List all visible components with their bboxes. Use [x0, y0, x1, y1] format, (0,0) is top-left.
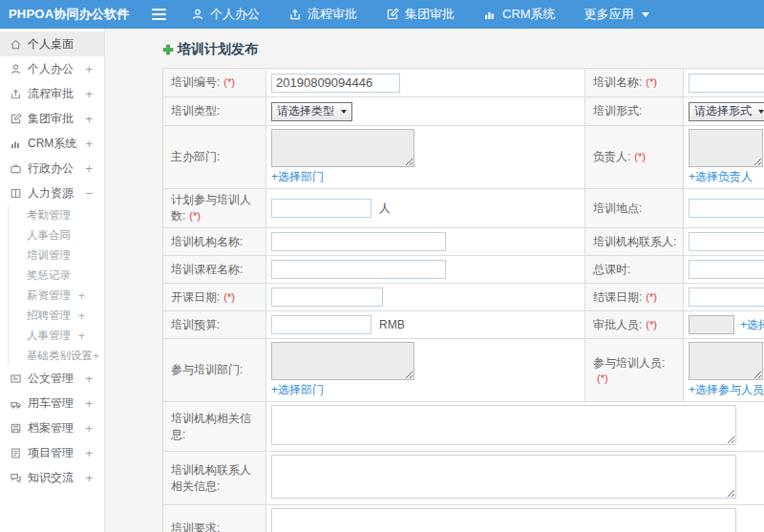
sidebar-item-documents[interactable]: 公文管理 + — [0, 366, 104, 391]
end-date-input[interactable] — [689, 287, 764, 307]
document-icon — [10, 372, 22, 385]
expand-plus-icon[interactable]: + — [78, 330, 85, 343]
hours-input[interactable] — [689, 260, 764, 279]
sidebar-item-workflow-approval[interactable]: 流程审批 + — [0, 81, 104, 106]
row-startdate-enddate: 开课日期:(*) 结课日期:(*) — [163, 284, 764, 311]
sidebar-subitem-salary[interactable]: 薪资管理 + — [9, 286, 104, 306]
bar-chart-icon — [483, 8, 497, 21]
expand-plus-icon[interactable]: + — [85, 137, 93, 151]
budget-label: 培训预算: — [163, 311, 266, 339]
contact-info-textarea[interactable] — [271, 455, 736, 499]
place-label: 培训地点: — [585, 189, 684, 228]
collapse-minus-icon[interactable]: − — [85, 186, 93, 201]
row-org-info: 培训机构相关信息: — [163, 402, 764, 452]
expand-plus-icon[interactable]: + — [85, 112, 93, 126]
notebook-icon — [10, 447, 22, 459]
training-number-input[interactable] — [271, 74, 400, 93]
sidebar-item-admin-office[interactable]: 行政办公 + — [0, 156, 104, 181]
row-joindept-joinpeople: 参与培训部门: +选择部门 参与培训人员:(*) +选择参与人员 — [163, 339, 764, 402]
top-menu-crm[interactable]: CRM系统 — [483, 6, 556, 23]
expand-plus-icon[interactable]: + — [85, 396, 93, 411]
top-menu-workflow-approval[interactable]: 流程审批 — [288, 6, 357, 23]
archive-disk-icon — [10, 422, 22, 435]
course-name-label: 培训课程名称: — [163, 256, 266, 284]
required-mark: (*) — [597, 372, 608, 384]
leader-textarea[interactable] — [689, 129, 763, 167]
approver-input[interactable] — [689, 315, 734, 334]
choose-join-people-link[interactable]: +选择参与人员 — [689, 382, 764, 398]
expand-plus-icon[interactable]: + — [85, 446, 93, 460]
requirement-textarea[interactable] — [271, 508, 736, 532]
course-name-input[interactable] — [271, 260, 446, 279]
planned-count-input[interactable] — [271, 199, 371, 218]
choose-leader-link[interactable]: +选择负责人 — [689, 169, 753, 185]
training-mode-select[interactable]: 请选择形式 — [689, 102, 764, 121]
leader-label: 负责人:(*) — [585, 126, 684, 189]
expand-plus-icon[interactable]: + — [85, 471, 93, 485]
sidebar-navigation: 个人桌面 个人办公 + 流程审批 + 集团审批 + CRM系统 + 行政办公 +… — [0, 29, 105, 532]
org-contact-label: 培训机构联系人: — [585, 228, 684, 256]
training-name-input[interactable] — [689, 74, 764, 93]
place-input[interactable] — [689, 199, 764, 218]
expand-plus-icon[interactable]: + — [85, 372, 93, 386]
hamburger-menu-icon[interactable] — [152, 9, 166, 20]
join-dept-label: 参与培训部门: — [163, 339, 266, 402]
expand-plus-icon[interactable]: + — [85, 87, 93, 101]
top-menu-personal-office[interactable]: 个人办公 — [191, 6, 260, 23]
top-menu-more-apps[interactable]: 更多应用 — [584, 6, 649, 23]
required-mark: (*) — [223, 76, 235, 88]
car-icon — [10, 397, 22, 410]
join-people-textarea[interactable] — [689, 342, 763, 380]
sidebar-item-personal-office[interactable]: 个人办公 + — [0, 56, 104, 81]
expand-plus-icon[interactable]: + — [78, 289, 85, 303]
approver-label: 审批人员:(*) — [585, 311, 684, 339]
required-mark: (*) — [646, 319, 657, 330]
choose-approver-link[interactable]: +选择审批人 — [740, 317, 764, 333]
expand-plus-icon[interactable]: + — [78, 309, 85, 323]
row-budget-approver: 培训预算: RMB 审批人员:(*) +选择审批人 — [163, 311, 764, 339]
top-menu-group-approval[interactable]: 集团审批 — [386, 6, 455, 23]
select-caret-icon — [341, 110, 347, 114]
sidebar-item-knowledge[interactable]: 知识交流 + — [0, 465, 104, 490]
expand-plus-icon[interactable]: + — [85, 62, 93, 76]
start-date-input[interactable] — [271, 287, 383, 307]
choose-dept-link[interactable]: +选择部门 — [271, 169, 324, 185]
row-contact-info: 培训机构联系人相关信息: — [163, 452, 764, 505]
expand-plus-icon[interactable]: + — [85, 161, 93, 176]
chat-icon — [10, 472, 22, 484]
sidebar-subitem-recruit[interactable]: 招聘管理 + — [9, 306, 104, 326]
sidebar-item-projects[interactable]: 项目管理 + — [0, 440, 104, 465]
flow-upload-icon — [288, 8, 302, 21]
org-info-textarea[interactable] — [271, 405, 736, 445]
org-name-input[interactable] — [271, 232, 446, 251]
sidebar-subitem-personnel[interactable]: 人事管理 + — [9, 326, 104, 346]
sidebar-subitem-attendance[interactable]: 考勤管理 — [9, 205, 104, 225]
budget-input[interactable] — [271, 315, 371, 334]
sidebar-item-group-approval[interactable]: 集团审批 + — [0, 106, 104, 131]
sidebar-subitem-training[interactable]: 培训管理 — [9, 245, 104, 266]
sidebar-item-crm[interactable]: CRM系统 + — [0, 131, 104, 156]
org-contact-input[interactable] — [689, 232, 764, 251]
training-type-label: 培训类型: — [163, 97, 266, 126]
expand-plus-icon[interactable]: + — [85, 421, 93, 436]
choose-dept-link[interactable]: +选择部门 — [271, 382, 324, 398]
expand-plus-icon[interactable]: + — [93, 350, 99, 363]
training-name-label: 培训名称:(*) — [585, 69, 684, 97]
sidebar-subitem-rewards[interactable]: 奖惩记录 — [9, 266, 104, 286]
host-dept-textarea[interactable] — [271, 129, 414, 167]
sidebar-item-hr[interactable]: 人力资源 − — [0, 181, 104, 205]
row-type-mode: 培训类型: 请选择类型 培训形式: 请选择形式 — [163, 97, 764, 126]
start-date-label: 开课日期:(*) — [163, 284, 266, 311]
join-dept-textarea[interactable] — [271, 342, 414, 380]
caret-down-icon — [642, 12, 649, 17]
sidebar-subitem-base-category[interactable]: 基础类别设置 + — [9, 346, 104, 366]
sidebar-item-vehicle[interactable]: 用车管理 + — [0, 391, 104, 415]
sidebar-item-desktop[interactable]: 个人桌面 — [0, 32, 104, 56]
sidebar-item-archives[interactable]: 档案管理 + — [0, 415, 104, 440]
row-number-name: 培训编号:(*) 培训名称:(*) — [163, 69, 764, 97]
training-type-select[interactable]: 请选择类型 — [271, 102, 352, 121]
sidebar-subitem-hr-contract[interactable]: 人事合同 — [9, 225, 104, 245]
user-icon — [191, 8, 204, 21]
green-plus-icon — [162, 44, 174, 55]
top-navigation-bar: PHPOA协同办公软件 个人办公 流程审批 集团审批 CRM系统 更多应用 — [0, 0, 764, 29]
